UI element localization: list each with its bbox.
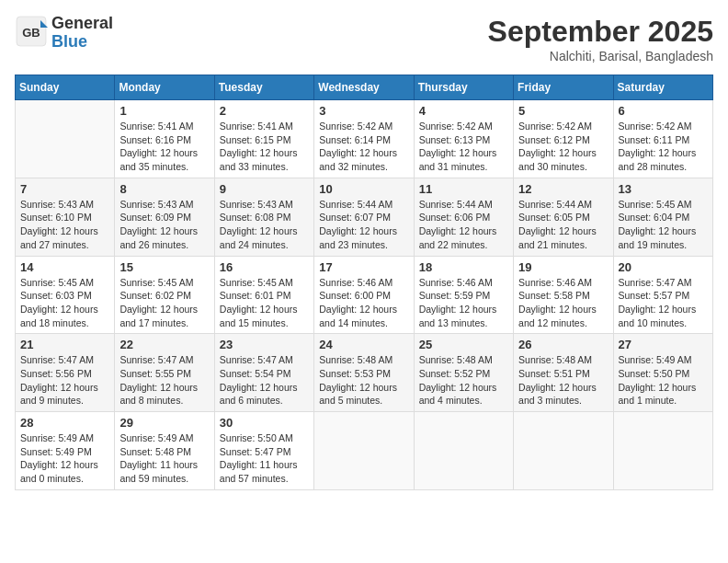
calendar-cell: 17Sunrise: 5:46 AM Sunset: 6:00 PM Dayli… (314, 256, 414, 334)
weekday-header: Friday (514, 75, 613, 100)
day-number: 12 (518, 182, 608, 196)
day-number: 6 (619, 104, 708, 118)
day-info: Sunrise: 5:45 AM Sunset: 6:02 PM Dayligh… (119, 276, 209, 330)
day-info: Sunrise: 5:41 AM Sunset: 6:16 PM Dayligh… (119, 120, 209, 174)
calendar-cell (613, 412, 712, 490)
day-number: 28 (20, 416, 109, 430)
calendar-cell: 15Sunrise: 5:45 AM Sunset: 6:02 PM Dayli… (115, 256, 214, 334)
calendar-cell: 13Sunrise: 5:45 AM Sunset: 6:04 PM Dayli… (613, 178, 712, 256)
calendar-cell: 23Sunrise: 5:47 AM Sunset: 5:54 PM Dayli… (214, 334, 313, 412)
day-number: 14 (20, 260, 109, 274)
day-number: 22 (119, 338, 209, 351)
day-info: Sunrise: 5:45 AM Sunset: 6:03 PM Dayligh… (20, 276, 109, 330)
day-number: 29 (119, 416, 209, 430)
day-info: Sunrise: 5:42 AM Sunset: 6:12 PM Dayligh… (518, 120, 608, 174)
day-number: 23 (220, 338, 309, 351)
day-info: Sunrise: 5:42 AM Sunset: 6:11 PM Dayligh… (619, 120, 708, 174)
calendar-cell (514, 412, 613, 490)
day-info: Sunrise: 5:48 AM Sunset: 5:51 PM Dayligh… (518, 353, 608, 408)
day-number: 11 (419, 182, 508, 196)
day-number: 15 (119, 260, 209, 274)
page-header: GB General Blue September 2025 Nalchiti,… (15, 15, 713, 63)
day-info: Sunrise: 5:44 AM Sunset: 6:07 PM Dayligh… (319, 198, 408, 252)
day-number: 9 (220, 182, 309, 196)
calendar-cell: 6Sunrise: 5:42 AM Sunset: 6:11 PM Daylig… (613, 100, 712, 178)
calendar-cell: 5Sunrise: 5:42 AM Sunset: 6:12 PM Daylig… (514, 100, 613, 178)
day-number: 3 (319, 104, 408, 118)
day-number: 4 (419, 104, 508, 118)
calendar-cell: 1Sunrise: 5:41 AM Sunset: 6:16 PM Daylig… (115, 100, 214, 178)
day-number: 16 (220, 260, 309, 274)
day-number: 5 (518, 104, 608, 118)
calendar-week-row: 14Sunrise: 5:45 AM Sunset: 6:03 PM Dayli… (16, 256, 713, 334)
calendar-cell: 12Sunrise: 5:44 AM Sunset: 6:05 PM Dayli… (514, 178, 613, 256)
day-info: Sunrise: 5:44 AM Sunset: 6:05 PM Dayligh… (518, 198, 608, 252)
day-number: 2 (220, 104, 309, 118)
calendar-cell: 19Sunrise: 5:46 AM Sunset: 5:58 PM Dayli… (514, 256, 613, 334)
calendar-week-row: 1Sunrise: 5:41 AM Sunset: 6:16 PM Daylig… (16, 100, 713, 178)
day-info: Sunrise: 5:46 AM Sunset: 5:59 PM Dayligh… (419, 276, 508, 330)
calendar-cell (314, 412, 414, 490)
day-info: Sunrise: 5:47 AM Sunset: 5:56 PM Dayligh… (20, 353, 109, 408)
weekday-header: Sunday (16, 75, 115, 100)
logo: GB General Blue (15, 15, 113, 52)
calendar-table: SundayMondayTuesdayWednesdayThursdayFrid… (15, 75, 713, 490)
calendar-cell: 3Sunrise: 5:42 AM Sunset: 6:14 PM Daylig… (314, 100, 414, 178)
calendar-cell: 24Sunrise: 5:48 AM Sunset: 5:53 PM Dayli… (314, 334, 414, 412)
day-info: Sunrise: 5:49 AM Sunset: 5:49 PM Dayligh… (20, 431, 109, 486)
day-info: Sunrise: 5:46 AM Sunset: 6:00 PM Dayligh… (319, 276, 408, 330)
day-info: Sunrise: 5:45 AM Sunset: 6:01 PM Dayligh… (220, 276, 309, 330)
day-number: 19 (518, 260, 608, 274)
day-number: 26 (518, 338, 608, 351)
logo-graphic: GB (15, 15, 48, 52)
day-info: Sunrise: 5:50 AM Sunset: 5:47 PM Dayligh… (220, 431, 309, 486)
day-number: 30 (220, 416, 309, 430)
day-info: Sunrise: 5:49 AM Sunset: 5:50 PM Dayligh… (619, 353, 708, 408)
calendar-cell: 14Sunrise: 5:45 AM Sunset: 6:03 PM Dayli… (16, 256, 115, 334)
day-number: 8 (119, 182, 209, 196)
day-info: Sunrise: 5:46 AM Sunset: 5:58 PM Dayligh… (518, 276, 608, 330)
day-info: Sunrise: 5:41 AM Sunset: 6:15 PM Dayligh… (220, 120, 309, 174)
calendar-week-row: 28Sunrise: 5:49 AM Sunset: 5:49 PM Dayli… (16, 412, 713, 490)
calendar-cell: 2Sunrise: 5:41 AM Sunset: 6:15 PM Daylig… (214, 100, 313, 178)
day-info: Sunrise: 5:47 AM Sunset: 5:54 PM Dayligh… (220, 353, 309, 408)
calendar-cell: 18Sunrise: 5:46 AM Sunset: 5:59 PM Dayli… (414, 256, 513, 334)
calendar-cell: 21Sunrise: 5:47 AM Sunset: 5:56 PM Dayli… (16, 334, 115, 412)
day-number: 27 (619, 338, 708, 351)
day-number: 10 (319, 182, 408, 196)
calendar-cell: 16Sunrise: 5:45 AM Sunset: 6:01 PM Dayli… (214, 256, 313, 334)
day-info: Sunrise: 5:49 AM Sunset: 5:48 PM Dayligh… (119, 431, 209, 486)
weekday-header: Saturday (613, 75, 712, 100)
logo-general: General (51, 14, 113, 32)
logo-text: General Blue (51, 15, 113, 52)
calendar-cell: 22Sunrise: 5:47 AM Sunset: 5:55 PM Dayli… (115, 334, 214, 412)
calendar-cell: 7Sunrise: 5:43 AM Sunset: 6:10 PM Daylig… (16, 178, 115, 256)
location: Nalchiti, Barisal, Bangladesh (488, 49, 713, 63)
day-info: Sunrise: 5:47 AM Sunset: 5:55 PM Dayligh… (119, 353, 209, 408)
day-info: Sunrise: 5:47 AM Sunset: 5:57 PM Dayligh… (619, 276, 708, 330)
day-number: 18 (419, 260, 508, 274)
day-number: 7 (20, 182, 109, 196)
calendar-cell (16, 100, 115, 178)
day-info: Sunrise: 5:45 AM Sunset: 6:04 PM Dayligh… (619, 198, 708, 252)
calendar-cell: 26Sunrise: 5:48 AM Sunset: 5:51 PM Dayli… (514, 334, 613, 412)
calendar-cell: 27Sunrise: 5:49 AM Sunset: 5:50 PM Dayli… (613, 334, 712, 412)
day-info: Sunrise: 5:42 AM Sunset: 6:13 PM Dayligh… (419, 120, 508, 174)
day-info: Sunrise: 5:43 AM Sunset: 6:10 PM Dayligh… (20, 198, 109, 252)
weekday-header: Tuesday (214, 75, 313, 100)
calendar-cell: 4Sunrise: 5:42 AM Sunset: 6:13 PM Daylig… (414, 100, 513, 178)
day-number: 25 (419, 338, 508, 351)
day-number: 20 (619, 260, 708, 274)
calendar-week-row: 21Sunrise: 5:47 AM Sunset: 5:56 PM Dayli… (16, 334, 713, 412)
day-info: Sunrise: 5:48 AM Sunset: 5:53 PM Dayligh… (319, 353, 408, 408)
calendar-cell: 30Sunrise: 5:50 AM Sunset: 5:47 PM Dayli… (214, 412, 313, 490)
calendar-cell: 20Sunrise: 5:47 AM Sunset: 5:57 PM Dayli… (613, 256, 712, 334)
day-number: 13 (619, 182, 708, 196)
calendar-header-row: SundayMondayTuesdayWednesdayThursdayFrid… (16, 75, 713, 100)
calendar-cell: 28Sunrise: 5:49 AM Sunset: 5:49 PM Dayli… (16, 412, 115, 490)
day-info: Sunrise: 5:43 AM Sunset: 6:09 PM Dayligh… (119, 198, 209, 252)
day-info: Sunrise: 5:48 AM Sunset: 5:52 PM Dayligh… (419, 353, 508, 408)
weekday-header: Monday (115, 75, 214, 100)
svg-text:GB: GB (22, 26, 40, 40)
calendar-cell: 25Sunrise: 5:48 AM Sunset: 5:52 PM Dayli… (414, 334, 513, 412)
